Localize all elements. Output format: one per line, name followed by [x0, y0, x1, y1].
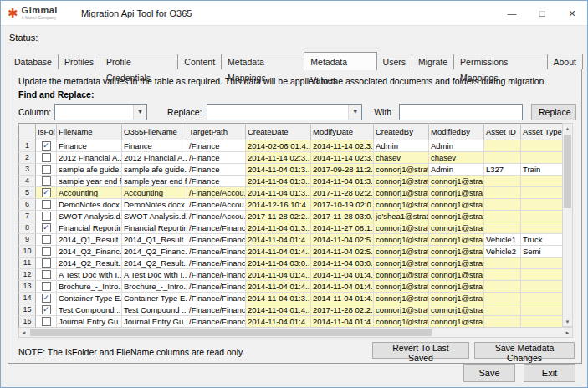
cell-asset-id[interactable]: L327 — [484, 164, 521, 176]
cell-createdby[interactable]: connorj1@strate... — [374, 176, 429, 187]
cell-asset-type[interactable] — [521, 211, 563, 222]
cell-modifydate[interactable]: 2014-11-04 01:4... — [311, 269, 374, 281]
cell-createdby[interactable]: connorj1@strate... — [374, 293, 429, 304]
column-header-createdby[interactable]: CreatedBy — [374, 124, 429, 140]
row-header[interactable]: 11 — [19, 258, 36, 269]
cell-createdate[interactable]: 2014-11-04 01:4... — [246, 234, 311, 246]
cell-asset-id[interactable] — [484, 258, 521, 269]
row-header[interactable]: 10 — [19, 246, 36, 258]
close-button[interactable]: ✕ — [557, 1, 587, 26]
cell-modifiedby[interactable]: Admin — [429, 164, 484, 176]
row-header[interactable]: 2 — [19, 152, 36, 164]
save-button[interactable]: Save — [463, 364, 515, 382]
cell-asset-id[interactable] — [484, 222, 521, 234]
cell-modifydate[interactable]: 2014-11-04 01:4... — [311, 281, 374, 293]
cell-createdby[interactable]: connorj1@strate... — [374, 258, 429, 269]
cell-createdby[interactable]: Admin — [374, 140, 429, 152]
cell-o365filename[interactable]: DemoNotes.docx — [122, 199, 187, 211]
tab-about[interactable]: About — [547, 54, 583, 69]
cell-modifiedby[interactable]: connorj1@strate... — [429, 304, 484, 316]
revert-to-last-saved-button[interactable]: Revert To Last Saved — [372, 342, 469, 359]
column-header-asset-type[interactable]: Asset Type — [521, 124, 563, 140]
cell-targetpath[interactable]: /Finance/Financi... — [187, 304, 246, 316]
tab-database[interactable]: Database — [8, 54, 59, 69]
cell-targetpath[interactable]: /Finance — [187, 164, 246, 176]
cell-createdate[interactable]: 2014-11-04 01:4... — [246, 246, 311, 258]
cell-o365filename[interactable]: 2014_Q1_Result... — [122, 234, 187, 246]
cell-asset-id[interactable]: Vehicle2 — [484, 246, 521, 258]
cell-modifydate[interactable]: 2017-11-28 02:2... — [311, 304, 374, 316]
grid-corner[interactable] — [19, 124, 36, 140]
cell-modifydate[interactable]: 2017-11-28 02:2... — [311, 187, 374, 199]
column-header-targetpath[interactable]: TargetPath — [187, 124, 246, 140]
maximize-button[interactable]: □ — [527, 1, 557, 26]
cell-modifiedby[interactable]: connorj1@strate... — [429, 222, 484, 234]
cell-modifiedby[interactable]: connorj1@strate... — [429, 199, 484, 211]
row-header[interactable]: 7 — [19, 211, 36, 222]
cell-modifiedby[interactable]: connorj1@strate... — [429, 293, 484, 304]
cell-modifydate[interactable]: 2017-10-19 02:0... — [311, 199, 374, 211]
cell-targetpath[interactable]: /Finance/Accou... — [187, 199, 246, 211]
scroll-right-icon[interactable]: ► — [563, 328, 572, 337]
cell-targetpath[interactable]: /Finance/Financi... — [187, 316, 246, 328]
cell-createdby[interactable]: connorj1@strate... — [374, 199, 429, 211]
cell-asset-type[interactable] — [521, 281, 563, 293]
cell-targetpath[interactable]: /Finance/Accou... — [187, 211, 246, 222]
cell-asset-type[interactable] — [521, 176, 563, 187]
cell-modifydate[interactable]: 2017-09-28 11:2... — [311, 164, 374, 176]
cell-modifydate[interactable]: 2014-11-04 01:4... — [311, 293, 374, 304]
row-header[interactable]: 1 — [19, 140, 36, 152]
cell-targetpath[interactable]: /Finance/Financi... — [187, 281, 246, 293]
cell-targetpath[interactable]: /Finance — [187, 140, 246, 152]
cell-asset-type[interactable] — [521, 316, 563, 328]
cell-asset-type[interactable] — [521, 258, 563, 269]
cell-createdby[interactable]: jo'shea1@strateg... — [374, 211, 429, 222]
cell-modifiedby[interactable]: connorj1@strate... — [429, 176, 484, 187]
cell-targetpath[interactable]: /Finance/Financi... — [187, 234, 246, 246]
cell-createdby[interactable]: connorj1@strate... — [374, 234, 429, 246]
horizontal-scrollbar[interactable]: ◄ ► — [18, 327, 573, 338]
exit-button[interactable]: Exit — [524, 364, 575, 382]
column-header-o365filename[interactable]: O365FileName — [122, 124, 187, 140]
cell-modifiedby[interactable]: chasev — [429, 152, 484, 164]
cell-createdate[interactable]: 2014-11-04 03:0... — [246, 258, 311, 269]
cell-modifiedby[interactable]: connorj1@strate... — [429, 269, 484, 281]
cell-createdate[interactable]: 2014-11-04 01:3... — [246, 164, 311, 176]
save-metadata-changes-button[interactable]: Save Metadata Changes — [474, 342, 575, 359]
cell-o365filename[interactable]: Brochure_-_Intro... — [122, 281, 187, 293]
cell-asset-id[interactable] — [484, 304, 521, 316]
cell-modifydate[interactable]: 2014-11-14 02:3... — [311, 140, 374, 152]
cell-asset-id[interactable] — [484, 293, 521, 304]
row-header[interactable]: 13 — [19, 281, 36, 293]
vertical-scrollbar-thumb[interactable] — [564, 135, 571, 208]
row-header[interactable]: 6 — [19, 199, 36, 211]
chevron-down-icon[interactable]: ▼ — [348, 105, 361, 120]
cell-createdby[interactable]: connorj1@strate... — [374, 316, 429, 328]
cell-createdate[interactable]: 2014-11-04 01:3... — [246, 293, 311, 304]
cell-o365filename[interactable]: 2014_Q2_Result... — [122, 258, 187, 269]
cell-asset-type[interactable]: Train — [521, 164, 563, 176]
column-header-filename[interactable]: FileName — [57, 124, 122, 140]
cell-o365filename[interactable]: Journal Entry Gu... — [122, 316, 187, 328]
row-header[interactable]: 3 — [19, 164, 36, 176]
cell-targetpath[interactable]: /Finance/Accou... — [187, 187, 246, 199]
cell-asset-type[interactable] — [521, 304, 563, 316]
cell-asset-id[interactable] — [484, 199, 521, 211]
cell-o365filename[interactable]: sample afe guide... — [122, 164, 187, 176]
cell-targetpath[interactable]: /Finance/Financi... — [187, 258, 246, 269]
cell-targetpath[interactable]: /Finance — [187, 176, 246, 187]
cell-modifydate[interactable]: 2014-11-14 02:3... — [311, 152, 374, 164]
cell-asset-type[interactable] — [521, 269, 563, 281]
cell-createdby[interactable]: connorj1@strate... — [374, 246, 429, 258]
row-header[interactable]: 9 — [19, 234, 36, 246]
cell-modifiedby[interactable]: connorj1@strate... — [429, 211, 484, 222]
cell-asset-type[interactable] — [521, 199, 563, 211]
cell-asset-type[interactable] — [521, 187, 563, 199]
row-header[interactable]: 8 — [19, 222, 36, 234]
cell-asset-id[interactable] — [484, 316, 521, 328]
row-header[interactable]: 5 — [19, 187, 36, 199]
tab-metadata-values[interactable]: Metadata Values — [304, 52, 376, 70]
cell-createdate[interactable]: 2014-11-04 01:3... — [246, 222, 311, 234]
cell-createdate[interactable]: 2014-11-04 01:4... — [246, 269, 311, 281]
scroll-up-icon[interactable]: ▲ — [563, 124, 572, 133]
